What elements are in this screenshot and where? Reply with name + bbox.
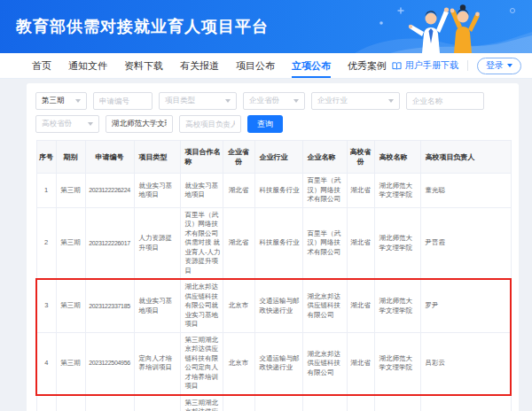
- column-header: 高校省份: [347, 141, 374, 174]
- table-cell: 2023122226224: [85, 174, 134, 208]
- table-cell: 第三期湖北京邦达供应链科技有限公司定向人才培养培训项目: [180, 332, 223, 395]
- college-name-input[interactable]: [106, 115, 173, 133]
- column-header: 序号: [36, 141, 56, 174]
- table-row: 5第三期2023122250083重点群体就业项目第三期湖北京邦达供应链科技有限…: [36, 395, 511, 411]
- manual-download-button[interactable]: 用户手册下载: [392, 59, 458, 72]
- table-cell: 就业实习基地项目: [134, 174, 180, 208]
- table-cell: 百里半（武汉）网络技术有限公司供需对接 就业育人-人力资源提升项目: [180, 207, 223, 279]
- manual-download-label: 用户手册下载: [405, 59, 458, 72]
- table-cell: 甘伟: [420, 395, 511, 411]
- table-cell: 人力资源提升项目: [134, 207, 180, 279]
- period-select-value: 第三期: [42, 96, 65, 106]
- apply-no-input[interactable]: [93, 92, 153, 110]
- table-cell: 湖北师范大学文理学院: [374, 174, 420, 208]
- table-cell: 3: [36, 279, 56, 332]
- nav-item-home[interactable]: 首页: [32, 53, 51, 78]
- table-cell: 湖北京邦达供应链科技有限公司: [302, 395, 347, 411]
- table-cell: 2023122250083: [85, 395, 134, 411]
- table-cell: 湖北省: [347, 395, 374, 411]
- nav-item-excellent-cases[interactable]: 优秀案例: [348, 53, 387, 78]
- nav-items: 首页通知文件资料下载有关报道项目公布立项公布优秀案例: [0, 53, 387, 78]
- table-cell: 湖北京邦达供应链科技有限公司: [302, 332, 347, 395]
- company-name-input[interactable]: [406, 92, 484, 110]
- table-cell: 北京市: [223, 395, 254, 411]
- login-button[interactable]: 登录: [477, 58, 521, 74]
- chevron-down-icon: [75, 99, 81, 103]
- table-cell: 尹晋霞: [420, 207, 511, 279]
- college-province-placeholder: 高校省份: [42, 119, 72, 129]
- nav-item-project-announce[interactable]: 项目公布: [236, 53, 275, 78]
- table-row: 1第三期2023122226224就业实习基地项目就业实习基地项目湖北省科技服务…: [36, 174, 511, 208]
- table-cell: 百里半（武汉）网络技术有限公司: [302, 207, 347, 279]
- table-row: 4第三期2023122504956定向人才培养培训项目第三期湖北京邦达供应链科技…: [36, 332, 511, 395]
- nav-item-data-download[interactable]: 资料下载: [124, 53, 163, 78]
- column-header: 项目类型: [134, 141, 180, 174]
- page: 教育部供需对接就业育人项目平台: [0, 0, 532, 411]
- company-province-placeholder: 企业省份: [249, 96, 279, 106]
- column-header: 申请编号: [85, 141, 134, 174]
- results-table: 序号期别申请编号项目类型项目合作名称企业省份企业行业企业名称高校省份高校名称高校…: [35, 140, 512, 411]
- header-illustration: [355, 0, 532, 53]
- project-type-placeholder: 项目类型: [165, 96, 195, 106]
- college-province-select[interactable]: 高校省份: [35, 115, 99, 133]
- table-cell: 第三期: [56, 174, 85, 208]
- chevron-down-icon: [388, 99, 394, 103]
- table-cell: 交通运输与邮政快递行业: [254, 395, 302, 411]
- nav-item-notice-files[interactable]: 通知文件: [68, 53, 107, 78]
- book-icon: [392, 61, 402, 71]
- table-cell: 2023122226017: [85, 207, 134, 279]
- table-cell: 湖北京邦达供应链科技有限公司: [302, 279, 347, 332]
- table-cell: 交通运输与邮政快递行业: [254, 279, 302, 332]
- table-cell: 2023122337185: [85, 279, 134, 332]
- chevron-down-icon: [293, 99, 299, 103]
- table-cell: 第三期: [56, 207, 85, 279]
- table-cell: 2023122504956: [85, 332, 134, 395]
- table-row: 2第三期2023122226017人力资源提升项目百里半（武汉）网络技术有限公司…: [36, 207, 511, 279]
- column-header: 高校项目负责人: [420, 141, 511, 174]
- table-cell: 5: [36, 395, 56, 411]
- table-cell: 北京市: [223, 279, 254, 332]
- college-leader-input[interactable]: [179, 115, 241, 133]
- table-cell: 定向人才培养培训项目: [134, 332, 180, 395]
- table-cell: 湖北省: [347, 174, 374, 208]
- table-cell: 1: [36, 174, 56, 208]
- table-cell: 北京市: [223, 332, 254, 395]
- nav-item-approval-announce[interactable]: 立项公布: [292, 53, 331, 78]
- page-title: 教育部供需对接就业育人项目平台: [16, 16, 269, 37]
- banner: 教育部供需对接就业育人项目平台: [0, 0, 532, 53]
- project-type-select[interactable]: 项目类型: [159, 92, 237, 110]
- table-cell: 湖北省: [223, 174, 254, 208]
- table-cell: 湖北省: [347, 332, 374, 395]
- table-cell: 第三期: [56, 332, 85, 395]
- table-cell: 科技服务行业: [254, 207, 302, 279]
- table-cell: 就业实习基地项目: [134, 279, 180, 332]
- table-cell: 湖北省: [347, 207, 374, 279]
- column-header: 期别: [56, 141, 85, 174]
- table-cell: 湖北省: [347, 279, 374, 332]
- company-industry-select[interactable]: 企业行业: [311, 92, 400, 110]
- table-cell: 科技服务行业: [254, 174, 302, 208]
- table-cell: 百里半（武汉）网络技术有限公司: [302, 174, 347, 208]
- divider: [467, 60, 468, 71]
- table-cell: 湖北师范大学文理学院: [374, 395, 420, 411]
- table-cell: 第三期湖北京邦达供应链科技有限公司供需对接就业育人项目: [180, 395, 223, 411]
- chevron-down-icon: [88, 122, 93, 126]
- main-nav: 首页通知文件资料下载有关报道项目公布立项公布优秀案例 用户手册下载 登录: [0, 53, 532, 79]
- column-header: 企业省份: [223, 141, 254, 174]
- period-select[interactable]: 第三期: [35, 92, 87, 110]
- content-card: 第三期 项目类型 企业省份 企业行业: [27, 83, 519, 411]
- table-cell: 第三期: [56, 279, 85, 332]
- company-province-select[interactable]: 企业省份: [243, 92, 305, 110]
- search-button[interactable]: 查询: [247, 115, 283, 133]
- table-cell: 4: [36, 332, 56, 395]
- table-header-row: 序号期别申请编号项目类型项目合作名称企业省份企业行业企业名称高校省份高校名称高校…: [36, 141, 511, 174]
- table-cell: 重点群体就业项目: [134, 395, 180, 411]
- login-label: 登录: [486, 59, 504, 72]
- table-cell: 湖北师范大学文理学院: [374, 279, 420, 332]
- table-cell: 交通运输与邮政快递行业: [254, 332, 302, 395]
- table-cell: 2: [36, 207, 56, 279]
- nav-item-related-reports[interactable]: 有关报道: [180, 53, 219, 78]
- nav-right: 用户手册下载 登录: [392, 53, 532, 78]
- column-header: 项目合作名称: [180, 141, 223, 174]
- column-header: 高校名称: [374, 141, 420, 174]
